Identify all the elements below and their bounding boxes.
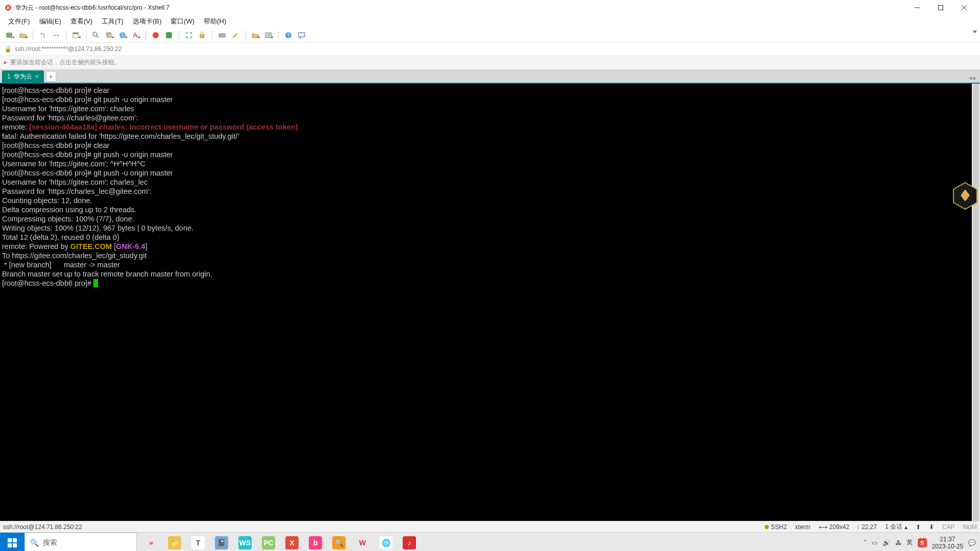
tray-notifications-icon[interactable]: 💬 (968, 539, 976, 546)
status-ssh: SSH2 (765, 523, 787, 531)
globe-button[interactable] (117, 30, 128, 41)
toolbar-collapse-icon[interactable] (973, 31, 977, 33)
status-sessions[interactable]: 1 会话 ▴ (885, 522, 908, 531)
new-tab-button[interactable]: + (46, 71, 56, 82)
fullscreen-button[interactable] (183, 30, 194, 41)
system-tray: ˄ ▭ 🔊 🖧 英 S 21:37 2023-10-25 💬 (860, 533, 980, 551)
close-button[interactable] (952, 0, 976, 15)
tray-network-icon[interactable]: 🖧 (895, 539, 901, 546)
svg-rect-13 (108, 34, 111, 38)
svg-rect-2 (939, 6, 943, 10)
chat-icon[interactable] (296, 30, 307, 41)
copy-button[interactable] (104, 30, 115, 41)
connected-dot-icon (765, 525, 769, 529)
svg-rect-28 (13, 538, 17, 542)
tab-nav: ◀ ▶ (969, 76, 977, 81)
keyboard-button[interactable] (216, 30, 228, 41)
search-placeholder: 搜索 (43, 538, 57, 547)
terminal-cursor (93, 279, 98, 287)
menu-tools[interactable]: 工具(T) (97, 16, 128, 27)
toolbar-separator (278, 31, 279, 40)
lock-button[interactable] (197, 30, 208, 41)
toolbar: Aa ? (0, 28, 980, 43)
app-webstorm-icon[interactable]: WS (234, 533, 256, 552)
hint-bar: ▸ 要添加当前会话，点击左侧的箭头按钮。 (0, 55, 980, 69)
app-explorer-icon[interactable]: 📁 (163, 533, 186, 552)
menu-window[interactable]: 窗口(W) (166, 16, 199, 27)
menu-edit[interactable]: 编辑(E) (35, 16, 65, 27)
hint-text: 要添加当前会话，点击左侧的箭头按钮。 (10, 58, 120, 67)
address-bar: 🔒 ssh://root:***********@124.71.86.250:2… (0, 43, 980, 55)
tab-prev-icon[interactable]: ◀ (969, 76, 972, 81)
reconnect-button[interactable] (37, 30, 48, 41)
svg-rect-19 (200, 35, 204, 38)
ssh-address[interactable]: ssh://root:***********@124.71.86.250:22 (15, 45, 122, 53)
tab-label: 华为云 (14, 72, 32, 81)
tray-chevron-icon[interactable]: ˄ (864, 539, 867, 546)
find-button[interactable] (90, 30, 102, 41)
start-button[interactable] (0, 533, 24, 551)
taskbar-search[interactable]: 🔍 搜索 (24, 533, 137, 551)
svg-rect-20 (219, 34, 225, 37)
tab-index: 1 (7, 73, 11, 80)
maximize-button[interactable] (929, 0, 952, 15)
toolbar-separator (245, 31, 246, 40)
floating-badge-icon[interactable] (950, 181, 980, 211)
menu-help[interactable]: 帮助(H) (200, 16, 230, 27)
menu-view[interactable]: 查看(V) (66, 16, 96, 27)
app-music-icon[interactable]: ♪ (398, 533, 421, 552)
app-notepad-icon[interactable]: 📓 (210, 533, 233, 552)
menu-tabs[interactable]: 选项卡(B) (129, 16, 165, 27)
tray-clock[interactable]: 21:37 2023-10-25 (932, 536, 963, 550)
terminal[interactable]: [root@hcss-ecs-dbb6 pro]# clear [root@hc… (0, 83, 980, 521)
svg-point-17 (153, 32, 159, 38)
app-pycharm-icon[interactable]: PC (257, 533, 280, 552)
window-title: 华为云 - root@hcss-ecs-dbb6:/usr/local/src/… (15, 4, 905, 12)
terminal-scrollbar[interactable] (972, 84, 980, 521)
app-everything-icon[interactable]: 🔍 (328, 533, 350, 552)
tab-close-icon[interactable]: × (35, 73, 39, 80)
new-session-button[interactable] (4, 30, 15, 41)
help-button[interactable]: ? (283, 30, 294, 41)
xftp-icon[interactable] (163, 30, 175, 41)
svg-line-11 (96, 36, 99, 38)
app-wps-icon[interactable]: W (351, 533, 374, 552)
font-button[interactable]: Aa (130, 30, 141, 41)
minimize-button[interactable] (905, 0, 929, 15)
open-folder-button[interactable] (17, 30, 29, 41)
svg-rect-9 (73, 33, 78, 34)
toolbar-separator (145, 31, 146, 40)
layout-button[interactable] (263, 30, 274, 41)
flag-icon: ▸ (4, 59, 7, 66)
window-titlebar: 华为云 - root@hcss-ecs-dbb6:/usr/local/src/… (0, 0, 980, 15)
folder2-button[interactable] (250, 30, 261, 41)
app-text-icon[interactable]: T (187, 533, 209, 552)
properties-button[interactable] (70, 30, 82, 41)
svg-text:?: ? (287, 33, 290, 38)
tray-ime[interactable]: 英 (906, 538, 913, 547)
tray-battery-icon[interactable]: ▭ (872, 539, 877, 546)
status-down-icon[interactable]: ⬇ (929, 523, 934, 531)
app-bilibili-icon[interactable]: b (304, 533, 327, 552)
session-tabs: 1 华为云 × + ◀ ▶ (0, 69, 980, 83)
terminal-output: [root@hcss-ecs-dbb6 pro]# clear [root@hc… (2, 86, 978, 288)
disconnect-button[interactable] (51, 30, 62, 41)
tray-sogou-icon[interactable]: S (918, 538, 927, 547)
app-xshell-icon[interactable]: X (281, 533, 303, 552)
xshell-icon[interactable] (150, 30, 161, 41)
status-bar: ssh://root@124.71.86.250:22 SSH2 xterm ⟷… (0, 521, 980, 532)
windows-taskbar: 🔍 搜索 🍬 📁 T 📓 WS PC X b 🔍 W 🌐 ♪ ˄ ▭ 🔊 🖧 英… (0, 532, 980, 551)
app-chrome-icon[interactable]: 🌐 (375, 533, 397, 552)
scrollbar-thumb[interactable] (973, 84, 979, 521)
tab-next-icon[interactable]: ▶ (973, 76, 977, 81)
menu-file[interactable]: 文件(F) (4, 16, 34, 27)
app-candy-icon[interactable]: 🍬 (140, 533, 162, 552)
status-up-icon[interactable]: ⬆ (916, 523, 921, 531)
session-tab-huawei[interactable]: 1 华为云 × (2, 70, 44, 83)
tray-date: 2023-10-25 (932, 543, 963, 550)
tray-volume-icon[interactable]: 🔊 (883, 539, 890, 546)
status-cursor-pos: ⁝ 22,27 (857, 523, 877, 531)
svg-rect-18 (166, 32, 172, 38)
highlighter-button[interactable] (230, 30, 241, 41)
svg-point-10 (93, 32, 97, 36)
